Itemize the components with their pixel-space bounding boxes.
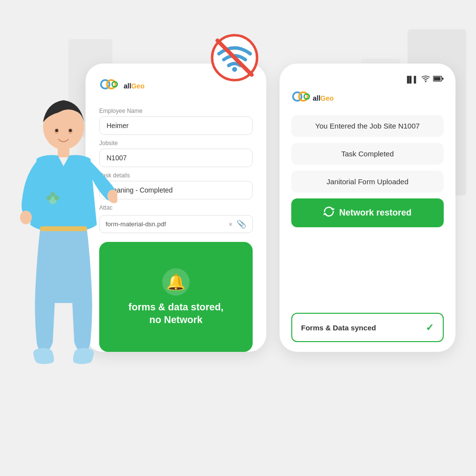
synced-check-icon: ✓	[426, 322, 434, 333]
synced-label: Forms & Data synced	[301, 324, 376, 332]
network-restored-button[interactable]: Network restored	[291, 198, 444, 227]
offline-banner-text: forms & data stored, no Network	[129, 301, 223, 326]
svg-point-9	[69, 129, 72, 132]
jobsite-input[interactable]	[99, 149, 253, 167]
notification-item-0: You Entered the Job Site N1007	[291, 115, 444, 137]
svg-point-12	[50, 192, 55, 197]
network-restored-label: Network restored	[339, 208, 411, 218]
scene: allGeo Employee Name Jobsite Task detail…	[0, 0, 476, 476]
spacer	[291, 233, 444, 313]
signal-icon: ▐▌▌	[405, 76, 418, 83]
logo-right-text: allGeo	[313, 94, 334, 102]
employee-name-input[interactable]	[99, 116, 253, 135]
svg-point-21	[425, 81, 427, 83]
person-illustration	[10, 88, 117, 408]
refresh-icon	[324, 206, 334, 219]
svg-rect-23	[442, 78, 444, 80]
status-bar: ▐▌▌	[291, 75, 444, 84]
notification-item-2: Janitorial Form Uploaded	[291, 171, 444, 193]
attach-label: Attac	[99, 204, 253, 211]
phone-right: ▐▌▌ allGeo You Entered the Job Site N100…	[280, 64, 455, 352]
synced-row: Forms & Data synced ✓	[291, 313, 444, 342]
bell-icon: 🔔	[162, 268, 190, 296]
svg-point-2	[20, 211, 32, 224]
svg-point-8	[55, 129, 58, 132]
svg-point-16	[232, 67, 237, 72]
svg-point-14	[46, 195, 51, 200]
task-label: Task details	[99, 172, 253, 179]
wifi-icon	[421, 75, 430, 84]
attachment-row: form-material-dsn.pdf × 📎	[99, 215, 253, 233]
logo-right: allGeo	[291, 90, 444, 106]
close-attachment-icon[interactable]: ×	[229, 220, 233, 228]
task-input[interactable]	[99, 181, 253, 199]
svg-rect-10	[40, 226, 87, 231]
offline-banner: 🔔 forms & data stored, no Network	[99, 242, 253, 352]
battery-icon	[433, 76, 444, 83]
svg-rect-1	[58, 147, 69, 157]
attachment-filename: form-material-dsn.pdf	[106, 220, 225, 228]
employee-name-label: Employee Name	[99, 108, 253, 114]
allgeo-logo-right	[291, 90, 313, 106]
paperclip-icon: 📎	[237, 219, 246, 229]
jobsite-label: Jobsite	[99, 140, 253, 147]
svg-point-13	[54, 195, 59, 200]
notification-item-1: Task Completed	[291, 143, 444, 165]
wifi-disabled-icon	[210, 33, 259, 82]
svg-rect-24	[434, 77, 441, 81]
logo-left-text: allGeo	[124, 82, 145, 90]
